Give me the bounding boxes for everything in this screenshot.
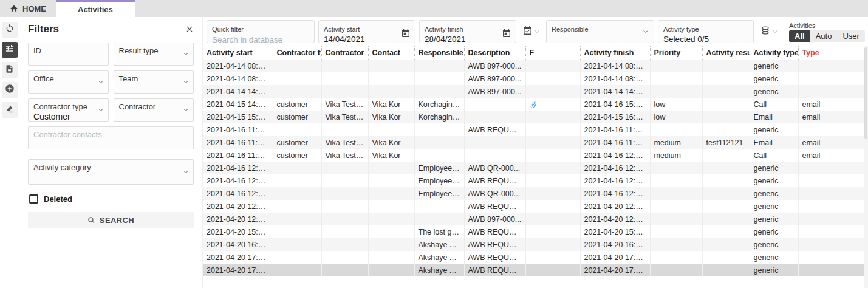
chevron-down-icon bbox=[182, 106, 190, 115]
add-button[interactable] bbox=[2, 82, 18, 98]
filters-panel-button[interactable] bbox=[2, 42, 18, 58]
contractor-type-select[interactable]: Contractor type Customer bbox=[28, 98, 109, 122]
refresh-button[interactable] bbox=[2, 22, 18, 38]
toggle-all[interactable]: All bbox=[789, 30, 810, 42]
quick-filter-field[interactable]: Quick filter bbox=[207, 20, 315, 43]
column-header-priority[interactable]: Priority bbox=[650, 46, 702, 60]
cell-f bbox=[525, 123, 580, 136]
result-type-select[interactable]: Result type bbox=[114, 43, 194, 66]
contractor-contacts-field[interactable] bbox=[28, 126, 194, 149]
cell-activity_start: 2021-04-16 11:05:18 bbox=[203, 123, 273, 136]
clear-button[interactable] bbox=[2, 102, 18, 118]
table-row[interactable]: 2021-04-15 14:37:10customerVika Test1406… bbox=[203, 98, 867, 111]
id-field-label: ID bbox=[33, 46, 41, 55]
table-row[interactable]: 2021-04-20 17:04:03Akshaye AD ...AWB REQ… bbox=[203, 251, 867, 264]
tune-filters-icon bbox=[5, 44, 15, 56]
cell-type: email bbox=[798, 98, 847, 111]
id-field[interactable]: ID bbox=[28, 43, 109, 66]
table-row[interactable]: 2021-04-16 11:05:18AWB REQUES...2021-04-… bbox=[203, 123, 867, 136]
column-header-activity_type[interactable]: Activity type bbox=[750, 46, 798, 60]
vertical-scrollbar[interactable] bbox=[864, 46, 868, 288]
column-header-responsible[interactable]: Responsible bbox=[414, 46, 464, 60]
report-button[interactable] bbox=[2, 62, 18, 78]
chevron-down-icon bbox=[642, 28, 649, 35]
close-filters-button[interactable] bbox=[185, 25, 194, 33]
column-header-contact[interactable]: Contact bbox=[368, 46, 414, 60]
cell-type bbox=[798, 72, 847, 85]
cell-contact bbox=[368, 72, 414, 85]
activity-type-select[interactable]: Activity type Selected 0/5 bbox=[658, 20, 754, 43]
left-icon-rail bbox=[0, 17, 19, 288]
cell-type bbox=[798, 60, 847, 72]
cell-activity_finish: 2021-04-14 08:40:30 bbox=[580, 72, 650, 85]
table-row[interactable]: 2021-04-14 08:40:30AWB 897-000...2021-04… bbox=[203, 72, 867, 85]
cell-responsible bbox=[414, 213, 464, 225]
cell-responsible: Akshaye AD ... bbox=[414, 264, 464, 276]
search-button[interactable]: SEARCH bbox=[28, 212, 194, 228]
cell-contractor bbox=[321, 251, 368, 264]
table-row[interactable]: 2021-04-14 08:40:01AWB 897-000...2021-04… bbox=[203, 60, 867, 72]
cell-type: email bbox=[798, 136, 847, 149]
deleted-checkbox[interactable] bbox=[29, 194, 38, 204]
activity-category-select[interactable]: Activity category bbox=[28, 159, 194, 185]
column-header-contractor_type[interactable]: Contractor type bbox=[273, 46, 321, 60]
activities-table: Activity startContractor typeContractorC… bbox=[203, 46, 867, 276]
toggle-user[interactable]: User bbox=[837, 30, 864, 42]
date-preset-button[interactable] bbox=[520, 26, 542, 38]
table-row[interactable]: 2021-04-16 11:08:56customerVika Test1406… bbox=[203, 136, 867, 149]
table-row[interactable]: 2021-04-16 12:14:18Employee C T...AWB RE… bbox=[203, 174, 867, 187]
cell-contact bbox=[368, 162, 414, 174]
activity-finish-field[interactable]: Activity finish 28/04/2021 bbox=[419, 20, 516, 43]
table-row[interactable]: 2021-04-16 12:16:24Employee C T...AWB QR… bbox=[203, 187, 867, 200]
table-row[interactable]: 2021-04-15 15:38:38customerVika Test1406… bbox=[203, 111, 867, 123]
cell-activity_start: 2021-04-16 12:13:06 bbox=[203, 162, 273, 174]
column-header-activity_start[interactable]: Activity start bbox=[203, 46, 273, 60]
column-header-f[interactable]: F bbox=[525, 46, 580, 60]
column-header-type[interactable]: Type bbox=[798, 46, 847, 60]
team-select[interactable]: Team bbox=[114, 70, 194, 94]
calendar-icon[interactable] bbox=[502, 29, 511, 38]
cell-contractor bbox=[321, 85, 368, 98]
column-header-activity_result[interactable]: Activity result bbox=[702, 46, 750, 60]
column-header-contractor[interactable]: Contractor bbox=[321, 46, 368, 60]
calendar-check-icon bbox=[522, 26, 533, 38]
cell-priority bbox=[650, 123, 702, 136]
cell-contractor bbox=[321, 123, 368, 136]
cell-activity_finish: 2021-04-20 16:29:03 bbox=[580, 238, 650, 251]
search-button-label: SEARCH bbox=[100, 216, 134, 225]
activity-type-menu-button[interactable] bbox=[757, 25, 781, 38]
table-row[interactable]: 2021-04-14 14:01:23AWB 897-000...2021-04… bbox=[203, 85, 867, 98]
table-row[interactable]: 2021-04-20 17:05:22Akshaye AD ...AWB REQ… bbox=[203, 264, 867, 276]
calendar-icon[interactable] bbox=[401, 29, 411, 38]
contractor-type-label: Contractor type bbox=[33, 102, 87, 111]
contractor-contacts-input[interactable] bbox=[33, 130, 181, 139]
cell-activity_start: 2021-04-16 12:14:18 bbox=[203, 174, 273, 187]
column-header-activity_finish[interactable]: Activity finish bbox=[580, 46, 650, 60]
toggle-auto[interactable]: Auto bbox=[810, 30, 838, 42]
cell-type: email bbox=[798, 111, 847, 123]
cell-contact bbox=[368, 85, 414, 98]
scrollbar-thumb[interactable] bbox=[864, 47, 867, 139]
table-row[interactable]: 2021-04-16 12:13:06Employee C T...AWB QR… bbox=[203, 162, 867, 174]
cell-activity_result bbox=[702, 85, 750, 98]
cell-contractor_type bbox=[273, 225, 321, 238]
quick-filter-input[interactable] bbox=[212, 35, 309, 43]
cell-type bbox=[798, 187, 847, 200]
contractor-type-value: Customer bbox=[33, 112, 96, 122]
table-row[interactable]: 2021-04-20 15:04:53The lost guy ...AWB R… bbox=[203, 225, 867, 238]
table-header: Activity startContractor typeContractorC… bbox=[203, 46, 867, 60]
table-row[interactable]: 2021-04-20 16:29:03Akshaye AD ...AWB REQ… bbox=[203, 238, 867, 251]
responsible-select[interactable]: Responsible bbox=[546, 20, 654, 43]
cell-description: AWB REQUES... bbox=[464, 238, 525, 251]
tab-home[interactable]: HOME bbox=[0, 0, 56, 17]
table-row[interactable]: 2021-04-16 11:31:11customerVika Test1406… bbox=[203, 149, 867, 162]
contractor-select[interactable]: Contractor bbox=[114, 98, 194, 122]
activity-start-field[interactable]: Activity start 14/04/2021 bbox=[318, 20, 415, 43]
table-row[interactable]: 2021-04-20 12:30:53AWB 897-000...2021-04… bbox=[203, 213, 867, 225]
activity-type-label: Activity type bbox=[663, 26, 699, 33]
table-row[interactable]: 2021-04-20 12:17:50AWB REQUES...2021-04-… bbox=[203, 200, 867, 213]
office-select[interactable]: Office bbox=[28, 70, 109, 94]
tab-activities[interactable]: Activities bbox=[56, 0, 135, 17]
cell-activity_finish: 2021-04-16 11:38:56 bbox=[580, 136, 650, 149]
column-header-description[interactable]: Description bbox=[464, 46, 525, 60]
